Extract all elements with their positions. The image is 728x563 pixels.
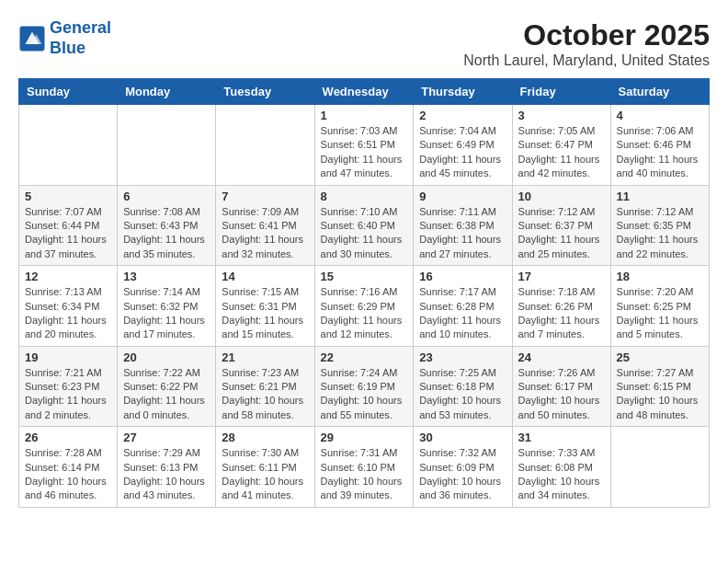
day-number: 11	[617, 190, 703, 203]
day-info: Sunrise: 7:11 AM Sunset: 6:38 PM Dayligh…	[419, 205, 506, 262]
calendar-cell: 12Sunrise: 7:13 AM Sunset: 6:34 PM Dayli…	[19, 266, 118, 347]
calendar-cell	[19, 105, 118, 186]
day-number: 18	[617, 270, 703, 283]
calendar-header-saturday: Saturday	[610, 79, 709, 105]
calendar-cell	[118, 105, 216, 186]
calendar-cell: 10Sunrise: 7:12 AM Sunset: 6:37 PM Dayli…	[512, 185, 610, 266]
calendar-header-wednesday: Wednesday	[314, 79, 414, 105]
calendar-cell: 8Sunrise: 7:10 AM Sunset: 6:40 PM Daylig…	[314, 185, 414, 266]
calendar-cell: 29Sunrise: 7:31 AM Sunset: 6:10 PM Dayli…	[314, 427, 414, 508]
day-number: 8	[321, 190, 408, 203]
calendar-cell: 1Sunrise: 7:03 AM Sunset: 6:51 PM Daylig…	[314, 105, 414, 186]
day-number: 19	[25, 350, 111, 364]
calendar-cell: 6Sunrise: 7:08 AM Sunset: 6:43 PM Daylig…	[118, 185, 216, 266]
day-info: Sunrise: 7:12 AM Sunset: 6:37 PM Dayligh…	[518, 205, 605, 262]
calendar-cell: 14Sunrise: 7:15 AM Sunset: 6:31 PM Dayli…	[216, 266, 314, 347]
calendar-cell: 13Sunrise: 7:14 AM Sunset: 6:32 PM Dayli…	[118, 266, 216, 347]
day-info: Sunrise: 7:04 AM Sunset: 6:49 PM Dayligh…	[419, 124, 506, 181]
day-info: Sunrise: 7:15 AM Sunset: 6:31 PM Dayligh…	[222, 285, 308, 342]
day-info: Sunrise: 7:13 AM Sunset: 6:34 PM Dayligh…	[25, 285, 111, 342]
day-number: 14	[222, 270, 308, 283]
calendar-cell: 25Sunrise: 7:27 AM Sunset: 6:15 PM Dayli…	[610, 346, 709, 427]
day-number: 13	[123, 270, 210, 283]
day-number: 25	[617, 350, 703, 364]
day-info: Sunrise: 7:16 AM Sunset: 6:29 PM Dayligh…	[321, 285, 408, 342]
calendar-cell: 21Sunrise: 7:23 AM Sunset: 6:21 PM Dayli…	[216, 346, 314, 427]
day-info: Sunrise: 7:08 AM Sunset: 6:43 PM Dayligh…	[123, 205, 210, 262]
day-info: Sunrise: 7:25 AM Sunset: 6:18 PM Dayligh…	[419, 366, 506, 423]
day-info: Sunrise: 7:30 AM Sunset: 6:11 PM Dayligh…	[222, 446, 308, 503]
page-header: General Blue October 2025 North Laurel, …	[18, 18, 710, 69]
day-number: 10	[518, 190, 605, 203]
day-number: 22	[321, 350, 408, 364]
calendar-table: SundayMondayTuesdayWednesdayThursdayFrid…	[18, 78, 710, 508]
day-info: Sunrise: 7:09 AM Sunset: 6:41 PM Dayligh…	[222, 205, 308, 262]
day-number: 29	[321, 431, 408, 444]
calendar-cell: 30Sunrise: 7:32 AM Sunset: 6:09 PM Dayli…	[414, 427, 512, 508]
day-info: Sunrise: 7:07 AM Sunset: 6:44 PM Dayligh…	[25, 205, 111, 262]
calendar-cell: 27Sunrise: 7:29 AM Sunset: 6:13 PM Dayli…	[118, 427, 216, 508]
calendar-cell: 22Sunrise: 7:24 AM Sunset: 6:19 PM Dayli…	[314, 346, 414, 427]
day-number: 3	[518, 109, 605, 122]
calendar-header-friday: Friday	[512, 79, 610, 105]
day-info: Sunrise: 7:10 AM Sunset: 6:40 PM Dayligh…	[321, 205, 408, 262]
day-info: Sunrise: 7:29 AM Sunset: 6:13 PM Dayligh…	[123, 446, 210, 503]
calendar-week-row: 12Sunrise: 7:13 AM Sunset: 6:34 PM Dayli…	[19, 266, 710, 347]
calendar-cell: 24Sunrise: 7:26 AM Sunset: 6:17 PM Dayli…	[512, 346, 610, 427]
day-info: Sunrise: 7:17 AM Sunset: 6:28 PM Dayligh…	[419, 285, 506, 342]
calendar-week-row: 26Sunrise: 7:28 AM Sunset: 6:14 PM Dayli…	[19, 427, 710, 508]
day-number: 7	[222, 190, 308, 203]
title-area: October 2025 North Laurel, Maryland, Uni…	[463, 18, 710, 69]
day-info: Sunrise: 7:21 AM Sunset: 6:23 PM Dayligh…	[25, 366, 111, 423]
day-number: 21	[222, 350, 308, 364]
location-title: North Laurel, Maryland, United States	[463, 52, 710, 69]
logo: General Blue	[18, 18, 111, 58]
day-info: Sunrise: 7:20 AM Sunset: 6:25 PM Dayligh…	[617, 285, 703, 342]
calendar-cell: 3Sunrise: 7:05 AM Sunset: 6:47 PM Daylig…	[512, 105, 610, 186]
calendar-cell: 31Sunrise: 7:33 AM Sunset: 6:08 PM Dayli…	[512, 427, 610, 508]
calendar-header-thursday: Thursday	[414, 79, 512, 105]
day-number: 1	[321, 109, 408, 122]
day-number: 27	[123, 431, 210, 444]
day-info: Sunrise: 7:18 AM Sunset: 6:26 PM Dayligh…	[518, 285, 605, 342]
calendar-cell: 4Sunrise: 7:06 AM Sunset: 6:46 PM Daylig…	[610, 105, 709, 186]
calendar-cell: 19Sunrise: 7:21 AM Sunset: 6:23 PM Dayli…	[19, 346, 118, 427]
calendar-cell: 17Sunrise: 7:18 AM Sunset: 6:26 PM Dayli…	[512, 266, 610, 347]
calendar-cell: 2Sunrise: 7:04 AM Sunset: 6:49 PM Daylig…	[414, 105, 512, 186]
day-number: 23	[419, 350, 506, 364]
day-number: 16	[419, 270, 506, 283]
day-info: Sunrise: 7:32 AM Sunset: 6:09 PM Dayligh…	[419, 446, 506, 503]
day-info: Sunrise: 7:22 AM Sunset: 6:22 PM Dayligh…	[123, 366, 210, 423]
day-info: Sunrise: 7:31 AM Sunset: 6:10 PM Dayligh…	[321, 446, 408, 503]
day-number: 4	[617, 109, 703, 122]
day-number: 6	[123, 190, 210, 203]
day-number: 31	[518, 431, 605, 444]
calendar-cell: 23Sunrise: 7:25 AM Sunset: 6:18 PM Dayli…	[414, 346, 512, 427]
calendar-cell: 7Sunrise: 7:09 AM Sunset: 6:41 PM Daylig…	[216, 185, 314, 266]
logo-text: General Blue	[50, 18, 111, 58]
calendar-cell: 18Sunrise: 7:20 AM Sunset: 6:25 PM Dayli…	[610, 266, 709, 347]
calendar-cell: 9Sunrise: 7:11 AM Sunset: 6:38 PM Daylig…	[414, 185, 512, 266]
calendar-week-row: 5Sunrise: 7:07 AM Sunset: 6:44 PM Daylig…	[19, 185, 710, 266]
logo-icon	[18, 25, 46, 52]
day-info: Sunrise: 7:05 AM Sunset: 6:47 PM Dayligh…	[518, 124, 605, 181]
calendar-cell: 20Sunrise: 7:22 AM Sunset: 6:22 PM Dayli…	[118, 346, 216, 427]
day-number: 12	[25, 270, 111, 283]
month-title: October 2025	[463, 18, 710, 52]
calendar-cell	[216, 105, 314, 186]
day-number: 24	[518, 350, 605, 364]
day-info: Sunrise: 7:06 AM Sunset: 6:46 PM Dayligh…	[617, 124, 703, 181]
calendar-cell: 26Sunrise: 7:28 AM Sunset: 6:14 PM Dayli…	[19, 427, 118, 508]
day-number: 26	[25, 431, 111, 444]
calendar-cell	[610, 427, 709, 508]
day-info: Sunrise: 7:33 AM Sunset: 6:08 PM Dayligh…	[518, 446, 605, 503]
day-info: Sunrise: 7:23 AM Sunset: 6:21 PM Dayligh…	[222, 366, 308, 423]
day-number: 5	[25, 190, 111, 203]
day-number: 28	[222, 431, 308, 444]
day-number: 15	[321, 270, 408, 283]
day-info: Sunrise: 7:14 AM Sunset: 6:32 PM Dayligh…	[123, 285, 210, 342]
day-number: 17	[518, 270, 605, 283]
calendar-header-row: SundayMondayTuesdayWednesdayThursdayFrid…	[19, 79, 710, 105]
day-info: Sunrise: 7:26 AM Sunset: 6:17 PM Dayligh…	[518, 366, 605, 423]
day-info: Sunrise: 7:27 AM Sunset: 6:15 PM Dayligh…	[617, 366, 703, 423]
